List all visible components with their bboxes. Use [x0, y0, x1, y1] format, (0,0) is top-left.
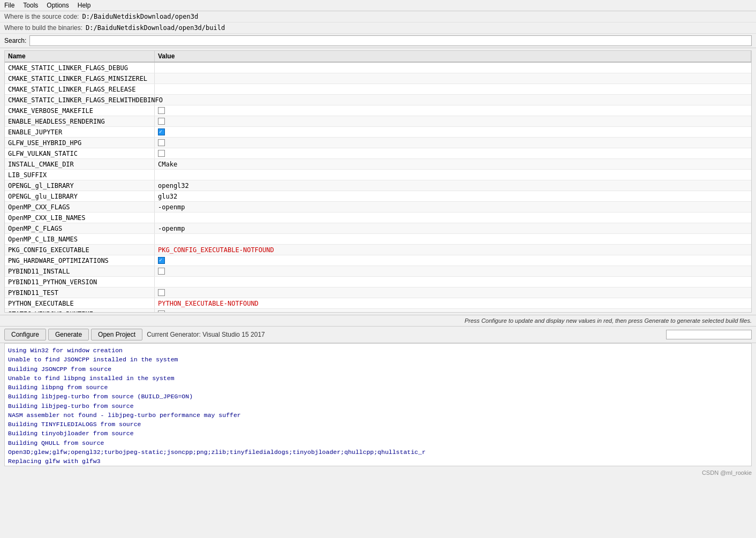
- cell-value[interactable]: [155, 105, 751, 116]
- table-row[interactable]: PYBIND11_PYTHON_VERSION: [5, 277, 751, 287]
- checkbox-unchecked[interactable]: [158, 107, 165, 114]
- cell-name: PYBIND11_INSTALL: [5, 266, 155, 276]
- checkbox-checked[interactable]: [158, 257, 165, 264]
- configure-button[interactable]: Configure: [4, 329, 46, 340]
- cell-value[interactable]: [155, 287, 751, 298]
- table-row[interactable]: STATIC_WINDOWS_RUNTIME: [5, 309, 751, 313]
- search-label: Search:: [4, 37, 26, 44]
- cell-name: PNG_HARDWARE_OPTIMIZATIONS: [5, 255, 155, 266]
- menu-file[interactable]: File: [4, 2, 14, 9]
- table-row[interactable]: OpenMP_CXX_FLAGS-openmp: [5, 202, 751, 213]
- cell-name: OpenMP_C_FLAGS: [5, 223, 155, 233]
- generator-text: Current Generator: Visual Studio 15 2017: [147, 331, 265, 338]
- table-body: CMAKE_STATIC_LINKER_FLAGS_DEBUGCMAKE_STA…: [5, 63, 751, 313]
- checkbox-unchecked[interactable]: [158, 150, 165, 157]
- table-row[interactable]: PNG_HARDWARE_OPTIMIZATIONS: [5, 255, 751, 266]
- table-row[interactable]: OpenMP_C_LIB_NAMES: [5, 234, 751, 245]
- output-line: Using Win32 for window creation: [8, 346, 748, 355]
- cell-name: OpenMP_CXX_LIB_NAMES: [5, 213, 155, 223]
- cell-name: PKG_CONFIG_EXECUTABLE: [5, 245, 155, 255]
- table-row[interactable]: ENABLE_JUPYTER: [5, 127, 751, 138]
- cell-name: CMAKE_STATIC_LINKER_FLAGS_RELEASE: [5, 84, 155, 94]
- output-line: Building tinyobjloader from source: [8, 429, 748, 438]
- menu-tools[interactable]: Tools: [23, 2, 38, 9]
- output-line: Open3D;glew;glfw;opengl32;turbojpeg-stat…: [8, 448, 748, 457]
- cell-value[interactable]: [155, 116, 751, 126]
- build-value: D:/BaiduNetdiskDownload/open3d/build: [86, 24, 225, 32]
- cell-name: PYBIND11_TEST: [5, 287, 155, 298]
- checkbox-unchecked[interactable]: [158, 139, 165, 146]
- menu-help[interactable]: Help: [78, 2, 91, 9]
- checkbox-unchecked[interactable]: [158, 310, 165, 313]
- table-row[interactable]: OPENGL_glu_LIBRARYglu32: [5, 191, 751, 202]
- checkbox-unchecked[interactable]: [158, 268, 165, 275]
- build-label: Where to build the binaries:: [4, 24, 82, 32]
- cell-name: PYBIND11_PYTHON_VERSION: [5, 277, 155, 287]
- cell-value[interactable]: [155, 309, 751, 313]
- cell-value: [155, 213, 751, 223]
- output-line: Unable to find libpng installed in the s…: [8, 374, 748, 383]
- cmake-table: Name Value CMAKE_STATIC_LINKER_FLAGS_DEB…: [4, 50, 752, 313]
- table-row[interactable]: CMAKE_STATIC_LINKER_FLAGS_RELWITHDEBINFO: [5, 95, 751, 105]
- table-row[interactable]: GLFW_VULKAN_STATIC: [5, 148, 751, 159]
- table-row[interactable]: LIB_SUFFIX: [5, 170, 751, 180]
- output-line: Building libpng from source: [8, 383, 748, 392]
- cell-name: INSTALL_CMAKE_DIR: [5, 159, 155, 169]
- table-row[interactable]: CMAKE_STATIC_LINKER_FLAGS_MINSIZEREL: [5, 73, 751, 84]
- build-path-row: Where to build the binaries: D:/BaiduNet…: [0, 22, 756, 34]
- output-area: Using Win32 for window creationUnable to…: [4, 343, 752, 466]
- search-row: Search:: [0, 34, 756, 48]
- table-row[interactable]: PYBIND11_INSTALL: [5, 266, 751, 277]
- checkbox-unchecked[interactable]: [158, 289, 165, 296]
- cell-value[interactable]: [155, 148, 751, 158]
- output-line: Building QHULL from source: [8, 438, 748, 448]
- checkbox-unchecked[interactable]: [158, 118, 165, 125]
- cell-value: [155, 73, 751, 84]
- cell-value[interactable]: [155, 138, 751, 148]
- table-row[interactable]: OpenMP_C_FLAGS-openmp: [5, 223, 751, 234]
- source-value: D:/BaiduNetdiskDownload/open3d: [82, 13, 198, 20]
- cell-value: glu32: [155, 191, 751, 201]
- table-row[interactable]: PYTHON_EXECUTABLEPYTHON_EXECUTABLE-NOTFO…: [5, 298, 751, 309]
- table-row[interactable]: PKG_CONFIG_EXECUTABLEPKG_CONFIG_EXECUTAB…: [5, 245, 751, 255]
- cell-name: ENABLE_HEADLESS_RENDERING: [5, 116, 155, 126]
- source-path-row: Where is the source code: D:/BaiduNetdis…: [0, 11, 756, 22]
- checkbox-checked[interactable]: [158, 128, 165, 135]
- cell-name: GLFW_USE_HYBRID_HPG: [5, 138, 155, 148]
- cell-value[interactable]: [155, 127, 751, 137]
- table-row[interactable]: OPENGL_gl_LIBRARYopengl32: [5, 180, 751, 191]
- cell-value: PKG_CONFIG_EXECUTABLE-NOTFOUND: [155, 245, 751, 255]
- cell-value: [155, 277, 751, 287]
- generate-button[interactable]: Generate: [48, 329, 89, 340]
- table-row[interactable]: GLFW_USE_HYBRID_HPG: [5, 138, 751, 148]
- cell-value: [155, 84, 751, 94]
- output-line: Building TINYFILEDIALOGS from source: [8, 420, 748, 429]
- menubar: File Tools Options Help: [0, 0, 756, 11]
- status-bar: Press Configure to update and display ne…: [0, 315, 756, 327]
- col-value-header: Value: [155, 51, 751, 62]
- cell-value: -openmp: [155, 202, 751, 212]
- menu-options[interactable]: Options: [47, 2, 69, 9]
- cell-name: CMAKE_VERBOSE_MAKEFILE: [5, 105, 155, 116]
- table-row[interactable]: ENABLE_HEADLESS_RENDERING: [5, 116, 751, 127]
- source-label: Where is the source code:: [4, 13, 79, 20]
- search-input[interactable]: [29, 35, 752, 46]
- open-project-button[interactable]: Open Project: [91, 329, 142, 340]
- table-row[interactable]: INSTALL_CMAKE_DIRCMake: [5, 159, 751, 170]
- cell-value: [155, 63, 751, 73]
- table-row[interactable]: PYBIND11_TEST: [5, 287, 751, 298]
- table-row[interactable]: OpenMP_CXX_LIB_NAMES: [5, 213, 751, 223]
- progress-bar: [666, 330, 752, 339]
- table-header: Name Value: [5, 51, 751, 63]
- cell-value: [155, 95, 751, 105]
- cell-value[interactable]: [155, 255, 751, 266]
- cell-name: OPENGL_glu_LIBRARY: [5, 191, 155, 201]
- cell-value: PYTHON_EXECUTABLE-NOTFOUND: [155, 298, 751, 308]
- table-row[interactable]: CMAKE_VERBOSE_MAKEFILE: [5, 105, 751, 116]
- table-row[interactable]: CMAKE_STATIC_LINKER_FLAGS_RELEASE: [5, 84, 751, 95]
- table-row[interactable]: CMAKE_STATIC_LINKER_FLAGS_DEBUG: [5, 63, 751, 73]
- cell-name: OpenMP_C_LIB_NAMES: [5, 234, 155, 244]
- col-name-header: Name: [5, 51, 155, 62]
- cell-value: CMake: [155, 159, 751, 169]
- cell-value[interactable]: [155, 266, 751, 276]
